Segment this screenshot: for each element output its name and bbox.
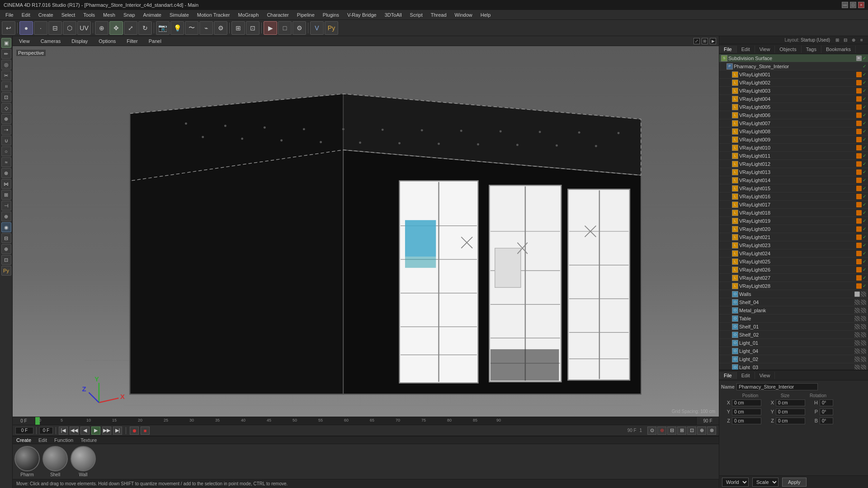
obj-vraylight027[interactable]: L VRayLight027 ✓ <box>719 274 868 282</box>
edges-mode-button[interactable]: ⊟ <box>48 21 62 35</box>
snap-button[interactable]: ⊡ <box>246 21 259 35</box>
h-input[interactable] <box>820 399 833 406</box>
render-region-button[interactable]: □ <box>278 21 292 35</box>
layout-icon3[interactable]: ⊕ <box>850 37 857 44</box>
frame-input[interactable] <box>15 427 33 434</box>
obj-vraylight023[interactable]: L VRayLight023 ✓ <box>719 241 868 249</box>
options-icon2[interactable]: ⊞ <box>677 427 686 435</box>
om-tab-bookmarks[interactable]: Bookmarks <box>821 46 856 53</box>
object-tool[interactable]: ▣ <box>1 38 11 48</box>
vp-maximize-icon[interactable]: ⤢ <box>693 38 700 44</box>
vp-tab-panel[interactable]: Panel <box>145 38 165 45</box>
scale-tool-button[interactable]: ⤢ <box>124 21 137 35</box>
obj-light04[interactable]: O Light_04 <box>719 347 868 355</box>
obj-vraylight009[interactable]: L VRayLight009 ✓ <box>719 136 868 144</box>
am-tab-file[interactable]: File <box>719 372 737 379</box>
menu-create[interactable]: Create <box>35 11 57 19</box>
menu-snap[interactable]: Snap <box>120 11 139 19</box>
obj-vraylight001[interactable]: L VRayLight001 ✓ <box>719 70 868 79</box>
rotate-tool-button[interactable]: ↻ <box>138 21 152 35</box>
select-tool-button[interactable]: ⊕ <box>95 21 108 35</box>
menu-character[interactable]: Character <box>263 11 292 19</box>
mat-tab-texture[interactable]: Texture <box>77 436 100 444</box>
obj-table[interactable]: O Table <box>719 314 868 323</box>
menu-mograph[interactable]: MoGraph <box>235 11 263 19</box>
menu-tools[interactable]: Tools <box>80 11 99 19</box>
render-button[interactable]: ▶ <box>264 21 277 35</box>
polygons-mode-button[interactable]: ⬡ <box>63 21 76 35</box>
move-tool-button[interactable]: ✥ <box>109 21 123 35</box>
transform-mode-dropdown[interactable]: Scale <box>752 478 778 487</box>
p-input[interactable] <box>820 408 833 415</box>
am-tab-view[interactable]: View <box>755 372 775 379</box>
om-tab-tags[interactable]: Tags <box>802 46 821 53</box>
weld-tool[interactable]: ⊗ <box>1 168 11 178</box>
undo-button[interactable]: ↩ <box>2 21 15 35</box>
obj-vraylight007[interactable]: L VRayLight007 ✓ <box>719 119 868 127</box>
mat-tab-edit[interactable]: Edit <box>35 436 51 444</box>
record-button[interactable]: ⏺ <box>130 427 139 435</box>
model-mode-button[interactable]: ● <box>19 21 33 35</box>
obj-shelf04[interactable]: O Shelf_04 <box>719 298 868 306</box>
am-tab-edit[interactable]: Edit <box>737 372 755 379</box>
sculpt-tool[interactable]: ◎ <box>1 60 11 70</box>
x-size-input[interactable] <box>776 399 805 406</box>
obj-vraylight024[interactable]: L VRayLight024 ✓ <box>719 249 868 258</box>
obj-light02[interactable]: O Light_02 <box>719 355 868 363</box>
vp-layout-icon[interactable]: ⊞ <box>702 38 708 44</box>
timeline-track[interactable]: 0 5 10 15 20 25 30 35 40 45 50 55 60 65 … <box>35 417 696 425</box>
scene-root-item[interactable]: P Pharmacy_Store_Interior ✓ <box>719 62 868 70</box>
generator-button[interactable]: ⚙ <box>214 21 227 35</box>
menu-window[interactable]: Window <box>451 11 476 19</box>
obj-vraylight025[interactable]: L VRayLight025 ✓ <box>719 258 868 266</box>
knife-tool[interactable]: ✂ <box>1 70 11 80</box>
camera-button[interactable]: 📷 <box>156 21 170 35</box>
menu-plugins[interactable]: Plugins <box>319 11 343 19</box>
om-tab-view[interactable]: View <box>755 46 775 53</box>
material-tool[interactable]: ◉ <box>1 222 11 232</box>
vp-tab-options[interactable]: Options <box>95 38 119 45</box>
mat-tab-create[interactable]: Create <box>13 436 35 444</box>
apply-button[interactable]: Apply <box>782 478 807 487</box>
obj-vraylight005[interactable]: L VRayLight005 ✓ <box>719 103 868 111</box>
fps-input[interactable] <box>39 427 53 434</box>
bridge-tool[interactable]: ⌗ <box>1 81 11 91</box>
clone-tool[interactable]: ⊞ <box>1 190 11 200</box>
obj-vraylight028[interactable]: L VRayLight028 ✓ <box>719 282 868 290</box>
name-input[interactable] <box>736 383 818 390</box>
obj-vraylight026[interactable]: L VRayLight026 ✓ <box>719 266 868 274</box>
y-pos-input[interactable] <box>732 408 761 415</box>
viewport[interactable]: Perspective <box>13 46 719 417</box>
stop-button[interactable]: ■ <box>141 427 150 435</box>
vp-tab-filter[interactable]: Filter <box>123 38 141 45</box>
menu-mesh[interactable]: Mesh <box>99 11 119 19</box>
obj-light01[interactable]: O Light_01 <box>719 339 868 347</box>
menu-pipeline[interactable]: Pipeline <box>293 11 318 19</box>
b-input[interactable] <box>820 418 833 424</box>
options-icon5[interactable]: ⊗ <box>707 427 716 435</box>
obj-vraylight021[interactable]: L VRayLight021 ✓ <box>719 233 868 241</box>
points-mode-button[interactable]: · <box>34 21 47 35</box>
obj-metalplank[interactable]: O Metal_plank <box>719 306 868 314</box>
z-size-input[interactable] <box>776 418 805 424</box>
menu-file[interactable]: File <box>2 11 17 19</box>
options-icon3[interactable]: ⊡ <box>687 427 696 435</box>
texture-tool[interactable]: ⊟ <box>1 233 11 243</box>
brush-tool[interactable]: ○ <box>1 146 11 156</box>
bevel-tool[interactable]: ◇ <box>1 103 11 113</box>
menu-vray[interactable]: V-Ray Bridge <box>344 11 380 19</box>
obj-vraylight002[interactable]: L VRayLight002 ✓ <box>719 79 868 87</box>
magnet-tool[interactable]: ∪ <box>1 136 11 145</box>
obj-vraylight018[interactable]: L VRayLight018 ✓ <box>719 209 868 217</box>
obj-vraylight011[interactable]: L VRayLight011 ✓ <box>719 152 868 160</box>
coord-system-dropdown[interactable]: World <box>722 478 749 487</box>
obj-light03[interactable]: O Light_03 <box>719 363 868 370</box>
menu-motiontracker[interactable]: Motion Tracker <box>193 11 234 19</box>
layout-icon4[interactable]: ≡ <box>858 37 865 44</box>
obj-vraylight014[interactable]: L VRayLight014 ✓ <box>719 176 868 184</box>
go-end-button[interactable]: ▶| <box>113 427 122 435</box>
x-pos-input[interactable] <box>732 399 761 406</box>
obj-vraylight013[interactable]: L VRayLight013 ✓ <box>719 168 868 176</box>
obj-vraylight016[interactable]: L VRayLight016 ✓ <box>719 192 868 201</box>
step-back-button[interactable]: ◀ <box>80 427 90 435</box>
